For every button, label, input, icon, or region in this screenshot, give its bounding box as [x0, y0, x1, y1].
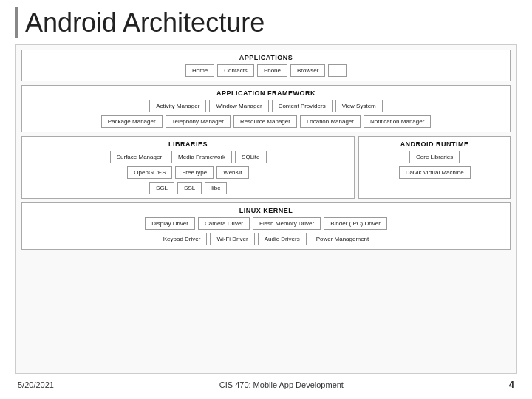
applications-layer: APPLICATIONS Home Contacts Phone Browser… — [21, 50, 511, 81]
box-sgl: SGL — [149, 182, 174, 194]
android-runtime-title: ANDROID RUNTIME — [365, 140, 504, 148]
box-opengl: OpenGL/ES — [127, 166, 172, 179]
box-package-manager: Package Manager — [101, 115, 163, 128]
linux-kernel-title: LINUX KERNEL — [28, 207, 504, 214]
box-webkit: WebKit — [216, 166, 249, 179]
box-dalvik: Dalvik Virtual Machine — [399, 166, 471, 179]
box-more: ... — [328, 64, 347, 77]
kernel-row2: Keypad Driver Wi-Fi Driver Audio Drivers… — [28, 233, 504, 245]
libraries-row1: Surface Manager Media Framework SQLite — [28, 151, 348, 163]
runtime-row1: Core Libraries — [365, 151, 504, 163]
android-runtime-layer: ANDROID RUNTIME Core Libraries Dalvik Vi… — [358, 136, 511, 199]
slide-page: Android Architecture APPLICATIONS Home C… — [0, 0, 532, 399]
box-resource-manager: Resource Manager — [233, 115, 297, 128]
box-phone: Phone — [257, 64, 287, 77]
box-telephony-manager: Telephony Manager — [166, 115, 231, 128]
libraries-row2: OpenGL/ES FreeType WebKit — [28, 166, 348, 179]
app-framework-layer: APPLICATION FRAMEWORK Activity Manager W… — [21, 85, 511, 132]
box-display-driver: Display Driver — [145, 217, 195, 230]
box-notification-manager: Notification Manager — [364, 115, 431, 128]
libraries-title: LIBRARIES — [28, 140, 348, 148]
box-media-framework: Media Framework — [171, 151, 232, 163]
box-audio-drivers: Audio Drivers — [258, 233, 307, 245]
runtime-row2: Dalvik Virtual Machine — [365, 166, 504, 179]
footer-course: CIS 470: Mobile App Development — [219, 381, 344, 389]
box-freetype: FreeType — [175, 166, 214, 179]
box-flash-memory-driver: Flash Memory Driver — [253, 217, 321, 230]
box-ssl: SSL — [177, 182, 202, 194]
kernel-row1: Display Driver Camera Driver Flash Memor… — [28, 217, 504, 230]
box-surface-manager: Surface Manager — [110, 151, 168, 163]
box-libc: libc — [205, 182, 227, 194]
box-activity-manager: Activity Manager — [149, 100, 206, 112]
box-wifi-driver: Wi-Fi Driver — [210, 233, 254, 245]
box-browser: Browser — [290, 64, 325, 77]
box-keypad-driver: Keypad Driver — [157, 233, 208, 245]
box-binder-driver: Binder (IPC) Driver — [324, 217, 387, 230]
slide-footer: 5/20/2021 CIS 470: Mobile App Developmen… — [15, 378, 517, 392]
app-framework-title: APPLICATION FRAMEWORK — [28, 89, 504, 97]
app-framework-row1: Activity Manager Window Manager Content … — [28, 100, 504, 112]
applications-title: APPLICATIONS — [28, 54, 504, 61]
box-content-providers: Content Providers — [272, 100, 332, 112]
architecture-diagram: APPLICATIONS Home Contacts Phone Browser… — [15, 44, 517, 374]
box-window-manager: Window Manager — [209, 100, 268, 112]
libs-runtime-section: LIBRARIES Surface Manager Media Framewor… — [21, 136, 511, 199]
applications-boxes: Home Contacts Phone Browser ... — [28, 64, 504, 77]
box-view-system: View System — [335, 100, 383, 112]
app-framework-row2: Package Manager Telephony Manager Resour… — [28, 115, 504, 128]
box-power-management: Power Management — [310, 233, 376, 245]
libraries-row3: SGL SSL libc — [28, 182, 348, 194]
box-sqlite: SQLite — [235, 151, 266, 163]
box-core-libraries: Core Libraries — [409, 151, 460, 163]
libraries-layer: LIBRARIES Surface Manager Media Framewor… — [21, 136, 355, 199]
footer-date: 5/20/2021 — [18, 381, 54, 389]
box-camera-driver: Camera Driver — [198, 217, 250, 230]
box-contacts: Contacts — [217, 64, 254, 77]
box-home: Home — [185, 64, 214, 77]
linux-kernel-layer: LINUX KERNEL Display Driver Camera Drive… — [21, 202, 511, 250]
footer-page: 4 — [509, 379, 514, 390]
slide-title: Android Architecture — [15, 7, 517, 38]
box-location-manager: Location Manager — [300, 115, 361, 128]
